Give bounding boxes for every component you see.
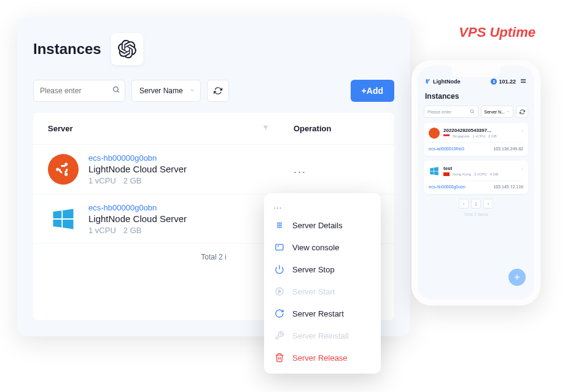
svg-rect-8 [276,244,283,250]
filter-icon[interactable] [262,124,269,133]
ubuntu-icon [48,154,79,185]
pager-current: 1 [471,199,481,209]
menu-server-release[interactable]: Server Release [264,347,381,369]
menu-view-console[interactable]: View console [264,236,381,258]
mobile-logo: LightNode [425,79,461,85]
mobile-total: Total 2 items [424,212,528,217]
mobile-server-name: 2022042820543397... [443,128,518,133]
flag-sg-icon [443,134,450,138]
console-icon [274,242,285,253]
mobile-server-ip: 103.136.249.82 [493,147,523,151]
svg-line-17 [473,112,474,113]
ubuntu-icon [429,128,440,139]
search-container [33,80,125,102]
search-icon [112,85,120,96]
brand-logo: VPS Uptime [459,25,536,40]
refresh-icon [214,86,222,95]
svg-marker-12 [279,290,281,293]
windows-icon [48,204,79,234]
svg-point-16 [470,110,473,113]
server-id[interactable]: ecs-hb00000g0obn [88,203,294,212]
mobile-add-button[interactable]: + [508,269,526,286]
mobile-instance-card[interactable]: 2022042820543397... Singapore 1 vCPU 2 G… [424,123,528,156]
mobile-pager: ‹ 1 › [424,199,528,209]
openai-logo [111,33,143,65]
filter-select-label: Server Name [139,86,183,95]
menu-server-start: Server Start [264,280,381,302]
menu-server-restart[interactable]: Server Restart [264,302,381,325]
menu-server-reinstall: Server Reinstall [264,325,381,347]
pager-prev[interactable]: ‹ [459,199,469,209]
dropdown-header: ... [264,198,381,214]
windows-icon [429,166,440,177]
server-id[interactable]: ecs-hb00000g0obn [88,153,294,163]
actions-dropdown: ... Server Details View console Server S… [264,193,381,374]
server-name: LightNode Cloud Server [88,164,294,174]
column-header-server: Server [48,124,262,133]
svg-point-0 [114,87,119,92]
play-icon [274,286,285,297]
filter-select[interactable]: Server Name [131,80,201,102]
chevron-right-icon: › [521,166,523,172]
mobile-preview: LightNode $ 101.22 Instances Please ente… [411,60,540,306]
list-icon [274,220,285,231]
row-actions-button[interactable]: ... [294,163,380,176]
mobile-instance-card[interactable]: test Hong Kong 2 vCPU 4 GB › ecs-hb00000… [424,161,528,194]
chevron-down-icon [189,86,195,95]
power-icon [274,264,285,275]
server-spec: 1 vCPU2 GB [88,226,294,235]
chevron-down-icon [506,110,510,113]
refresh-icon [520,109,525,115]
mobile-server-ip: 103.145.72.119 [493,185,523,189]
mobile-balance: $ 101.22 [491,79,516,85]
add-button[interactable]: +Add [351,80,394,102]
pager-next[interactable]: › [483,199,493,209]
trash-icon [274,352,285,363]
phone-notch [451,65,501,77]
mobile-search[interactable]: Please enter [424,106,478,118]
page-title: Instances [33,40,101,58]
lightnode-icon [425,79,431,85]
plus-icon: + [514,272,520,283]
knot-icon [118,40,136,58]
mobile-title: Instances [424,92,528,101]
svg-point-2 [56,167,59,171]
search-icon [470,109,475,114]
menu-server-details[interactable]: Server Details [264,214,381,236]
wrench-icon [274,330,285,341]
chevron-right-icon: › [521,128,523,134]
svg-line-1 [117,91,119,93]
refresh-button[interactable] [207,80,229,102]
server-name: LightNode Cloud Server [88,213,294,224]
mobile-server-id: ecs-ad000010fhb3 [429,147,464,151]
server-spec: 1 vCPU2 GB [88,176,294,185]
search-input[interactable] [33,80,125,102]
mobile-filter-select[interactable]: Server N... [481,106,513,118]
mobile-server-name: test [443,166,518,171]
column-header-operation: Operation [294,124,380,133]
menu-server-stop[interactable]: Server Stop [264,258,381,280]
mobile-refresh[interactable] [516,106,528,118]
flag-hk-icon [443,172,450,176]
mobile-server-id: ecs-hb00000g0obn [429,185,466,189]
restart-icon [274,308,285,319]
dollar-icon: $ [491,79,497,85]
menu-icon[interactable] [520,77,527,86]
table-row: ecs-hb00000g0obn LightNode Cloud Server … [33,144,394,194]
svg-point-4 [64,173,68,176]
